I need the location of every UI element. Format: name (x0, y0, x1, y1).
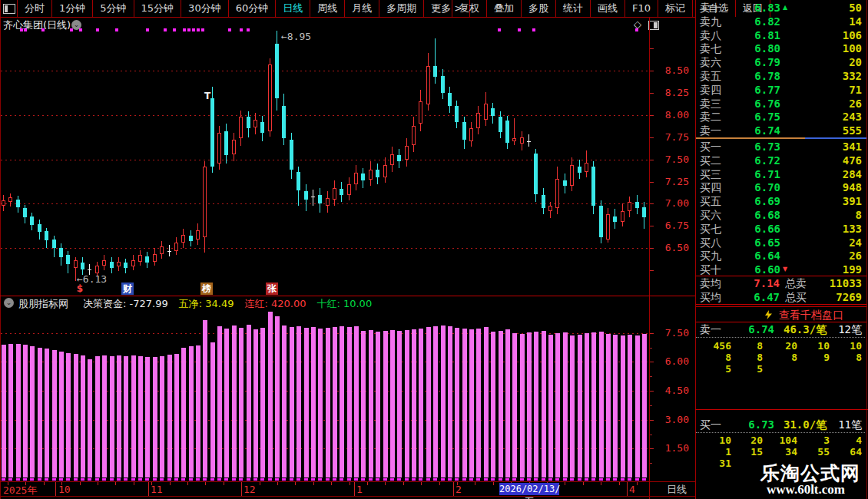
indicator-dash (412, 478, 416, 481)
indicator-bar (354, 326, 359, 478)
candle-body-up (131, 260, 135, 266)
indicator-bar (426, 327, 431, 478)
indicator-bar (628, 335, 632, 478)
order-book-row-ask[interactable]: 卖七6.80100 (696, 41, 866, 55)
order-level-label: 买三 (700, 167, 721, 181)
order-level-label: 卖六 (700, 55, 721, 69)
order-level-price: 6.72 (742, 154, 780, 167)
order-level-price: 6.66 (742, 222, 780, 236)
candle-body-up (174, 243, 178, 251)
signal-dot (183, 28, 186, 31)
depth-link-box[interactable]: 查看千档盘口 (695, 306, 867, 322)
candle-body-up (469, 128, 473, 141)
indicator-dash (376, 478, 379, 481)
indicator-dash (88, 478, 91, 481)
order-book-row-bid[interactable]: 买二6.72476 (696, 154, 866, 167)
order-level-volume: 8 (856, 208, 862, 222)
candle-body-up (196, 230, 200, 240)
order-book-row-bid[interactable]: 买十6.60▼199 (696, 263, 866, 276)
order-book-row-bid[interactable]: 买七6.66133 (696, 222, 866, 236)
order-book-row-ask[interactable]: 卖四6.7771 (696, 83, 866, 97)
sell-detail-label: 卖一 (700, 323, 721, 337)
order-book-row-bid[interactable]: 买八6.6524 (696, 236, 866, 250)
price-axis-label: 7.75 (655, 131, 689, 143)
order-book-row-bid[interactable]: 买五6.69391 (696, 194, 866, 208)
candle-body-up (117, 262, 121, 266)
order-level-price: 6.80 (742, 41, 780, 55)
indicator-bar (469, 329, 474, 478)
event-badge-榜[interactable]: 榜 (200, 283, 213, 295)
time-label: 10 (58, 484, 71, 495)
indicator-bar (499, 331, 503, 478)
candle-body-up (383, 165, 387, 177)
order-level-volume: 199 (843, 263, 862, 276)
order-book-row-ask[interactable]: 卖十6.83▲50 (696, 1, 866, 15)
order-book-row-bid[interactable]: 买一6.73341 (696, 140, 866, 154)
watermark-line2: www.60lt.com (767, 482, 866, 497)
indicator-bar (217, 326, 222, 478)
order-book-row-ask[interactable]: 卖九6.8214 (696, 15, 866, 28)
indicator-bar (621, 335, 625, 478)
order-level-price: 6.64 (742, 249, 780, 263)
order-book-row-ask[interactable]: 卖八6.81106 (696, 28, 866, 42)
time-minor-tick (367, 482, 368, 485)
sell-detail-per: 46.3/笔 (784, 323, 827, 337)
indicator-bar (527, 332, 532, 478)
order-book-row-ask[interactable]: 卖三6.7626 (696, 97, 866, 111)
price-axis-label: 6.50 (655, 242, 689, 253)
order-book-row-ask[interactable]: 卖六6.7920 (696, 55, 866, 69)
total-buy-label: 总买 (785, 291, 807, 305)
indicator-dash (304, 478, 308, 481)
candle-body-up (268, 64, 272, 131)
order-book-row-bid[interactable]: 买九6.6426 (696, 249, 866, 263)
indicator-bar (210, 342, 215, 478)
order-level-label: 卖四 (700, 83, 721, 97)
indicator-bar (66, 353, 71, 478)
indicator-bar (361, 331, 366, 478)
candle-body-up (253, 120, 257, 127)
candle-body-down (38, 224, 41, 232)
order-level-label: 卖五 (700, 69, 721, 83)
indicator-dash (290, 478, 293, 481)
indicator-bar (232, 326, 237, 478)
indicator-bar (484, 327, 489, 478)
order-level-volume: 476 (843, 154, 862, 167)
price-axis-label: 7.00 (655, 197, 689, 209)
order-book-row-bid[interactable]: 买三6.71284 (696, 167, 866, 181)
indicator-bar (476, 329, 481, 478)
candle-body-up (102, 260, 106, 266)
time-minor-tick (98, 482, 98, 485)
buy-detail-label: 买一 (700, 418, 721, 432)
order-book-row-ask[interactable]: 卖二6.75243 (696, 110, 866, 124)
indicator-bar (167, 355, 172, 478)
indicator-dash (591, 478, 595, 481)
order-book-row-bid[interactable]: 买六6.688 (696, 208, 866, 222)
candle-body-down (45, 231, 48, 240)
indicator-dash (239, 478, 243, 481)
event-badge-张[interactable]: 张 (266, 283, 278, 295)
frame-left (0, 0, 1, 499)
order-level-price: 6.74 (742, 124, 780, 137)
main-chart-canvas[interactable]: 8.508.258.007.757.507.257.006.756.50$财榜张… (0, 0, 695, 499)
indicator-collapse-icon[interactable]: ⌄ (4, 298, 14, 308)
candle-body-up (390, 154, 394, 165)
indicator-dash (16, 478, 20, 481)
event-badge-财[interactable]: 财 (121, 283, 134, 295)
indicator-bar (247, 325, 251, 478)
indicator-dash (30, 478, 34, 481)
selected-date-highlight[interactable]: 2026/02/13/五 (499, 483, 559, 495)
indicator-dash (59, 478, 63, 481)
order-level-label: 卖八 (700, 28, 721, 42)
order-book-row-ask[interactable]: 卖五6.78332 (696, 69, 866, 83)
time-minor-tick (224, 482, 224, 485)
indicator-bar (333, 327, 337, 478)
frame-axis-left (649, 17, 650, 499)
indicator-bar (260, 328, 265, 478)
order-level-price: 6.71 (742, 167, 780, 181)
order-book-row-ask[interactable]: 卖一6.74555 (696, 124, 866, 137)
indicator-bar (110, 356, 114, 478)
trade-size-cell: 8 (732, 340, 763, 352)
frame-menu-bottom (0, 17, 695, 18)
indicator-dash (189, 478, 193, 481)
order-book-row-bid[interactable]: 买四6.70948 (696, 180, 866, 194)
